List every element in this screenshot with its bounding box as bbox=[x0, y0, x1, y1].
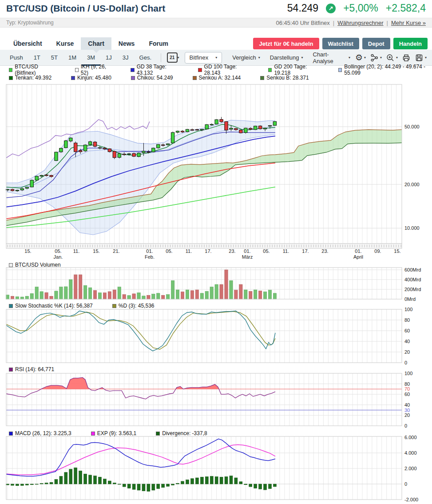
exchange-select-value: Bitfinex bbox=[190, 54, 209, 61]
stochastic-legend-slow-stochastic-%k-14[interactable]: Slow Stochastic %K (14): 56,387 bbox=[9, 303, 93, 309]
macd-panel-header: MACD (26, 12): 3.225,3EXP (9): 3.563,1Di… bbox=[9, 430, 207, 436]
calendar-icon[interactable]: 21 bbox=[167, 52, 178, 63]
legend-gd-100-tage[interactable]: GD 100 Tage: 28.143 bbox=[198, 64, 249, 76]
tab-forum[interactable]: Forum bbox=[142, 37, 175, 50]
menu-label: Vergleich bbox=[232, 54, 256, 61]
toolbar-divider bbox=[161, 53, 161, 62]
svg-text:15.: 15. bbox=[24, 248, 31, 254]
svg-text:6.000: 6.000 bbox=[404, 435, 417, 440]
macd-legend-divergence[interactable]: Divergence: -337,8 bbox=[156, 430, 207, 436]
svg-text:60: 60 bbox=[404, 328, 410, 333]
zoom-button[interactable]: ▾ bbox=[386, 53, 398, 62]
legend-chikou[interactable]: Chikou: 54.249 bbox=[131, 75, 173, 81]
stochastic-legend-%d-3[interactable]: %D (3): 45,536 bbox=[112, 303, 155, 309]
legend-bollinger-20-2[interactable]: Bollinger (20, 2): 44.249 - 49.674 - 55.… bbox=[338, 64, 432, 76]
svg-text:23.: 23. bbox=[229, 248, 235, 254]
menu-label: Darstellung bbox=[270, 54, 299, 61]
legend-gd-200-tage[interactable]: GD 200 Tage: 19.218 bbox=[268, 64, 319, 76]
legend-label: Bollinger (20, 2): 44.249 - 49.674 - 55.… bbox=[344, 64, 432, 76]
svg-text:80: 80 bbox=[404, 381, 410, 387]
svg-text:15.: 15. bbox=[394, 248, 400, 254]
legend-color-swatch bbox=[91, 432, 95, 436]
legend-senkou-a[interactable]: Senkou A: 32.144 bbox=[193, 75, 241, 81]
legend-color-swatch bbox=[260, 76, 264, 80]
change-percent: +5,00% bbox=[343, 2, 378, 14]
chart-legend-row-1: BTC/USD (Bitfinex)IKH (9, 26, 52)GD 38 T… bbox=[9, 67, 432, 73]
legend-ikh-9-26-52[interactable]: IKH (9, 26, 52) bbox=[75, 64, 111, 76]
rsi-panel-header: RSI (14): 64,771 bbox=[9, 366, 54, 372]
page-title: BTC/USD (Bitcoin / US-Dollar) Chart bbox=[6, 3, 165, 14]
macd-legend-macd-26-12[interactable]: MACD (26, 12): 3.225,3 bbox=[9, 430, 71, 436]
exchange-select[interactable]: Bitfinex ▾ bbox=[185, 52, 222, 64]
legend-label: IKH (9, 26, 52) bbox=[81, 64, 111, 76]
svg-text:600Mrd: 600Mrd bbox=[404, 267, 421, 272]
print-button[interactable] bbox=[402, 53, 411, 62]
legend-tenkan[interactable]: Tenkan: 49.392 bbox=[9, 75, 52, 81]
svg-text:01.: 01. bbox=[146, 248, 153, 254]
rsi-legend-rsi-14[interactable]: RSI (14): 64,771 bbox=[9, 366, 54, 372]
svg-text:März: März bbox=[242, 254, 253, 260]
tab-news[interactable]: News bbox=[111, 37, 142, 50]
separator: | bbox=[387, 20, 388, 26]
chevron-down-icon: ▾ bbox=[349, 56, 350, 60]
settings-button[interactable]: ⚙▾ bbox=[355, 53, 366, 62]
legend-color-swatch bbox=[268, 68, 272, 72]
legend-btc-usd-bitfinex[interactable]: BTC/USD (Bitfinex) bbox=[9, 64, 55, 76]
depot-button[interactable]: Depot bbox=[362, 38, 390, 49]
chevron-down-icon: ▾ bbox=[301, 56, 303, 60]
svg-text:17.: 17. bbox=[205, 248, 211, 254]
legend-color-swatch bbox=[9, 76, 13, 80]
legend-color-swatch bbox=[9, 368, 13, 372]
legend-gd-38-tage[interactable]: GD 38 Tage: 43.132 bbox=[131, 64, 178, 76]
legend-color-swatch bbox=[338, 68, 342, 72]
more-quotes-link[interactable]: Mehr Kurse » bbox=[391, 20, 426, 26]
svg-text:23.: 23. bbox=[321, 248, 328, 254]
handeln-button[interactable]: Handeln bbox=[393, 38, 428, 49]
legend-color-swatch bbox=[9, 304, 13, 308]
indicators-button[interactable]: ▾ bbox=[370, 53, 382, 62]
chevron-down-icon: ▾ bbox=[396, 56, 398, 60]
indicator-nodes-icon bbox=[370, 53, 379, 62]
svg-text:05.: 05. bbox=[55, 248, 61, 254]
tab-übersicht[interactable]: Übersicht bbox=[6, 37, 49, 50]
svg-text:100: 100 bbox=[404, 371, 412, 376]
change-absolute: +2.582,4 bbox=[386, 2, 426, 14]
gear-icon: ⚙ bbox=[355, 53, 363, 62]
tab-chart[interactable]: Chart bbox=[81, 37, 111, 50]
legend-senkou-b[interactable]: Senkou B: 28.371 bbox=[260, 75, 309, 81]
svg-text:-2.000: -2.000 bbox=[404, 497, 418, 502]
menu-vergleich[interactable]: Vergleich▾ bbox=[232, 51, 260, 64]
legend-label: Slow Stochastic %K (14): 56,387 bbox=[15, 303, 93, 309]
currency-converter-link[interactable]: Währungsrechner bbox=[337, 20, 383, 26]
volume-panel-header: BTC/USD Volumen bbox=[9, 262, 61, 268]
trend-up-icon: ↗ bbox=[326, 4, 336, 13]
volume-legend-btc-usd-volumen[interactable]: BTC/USD Volumen bbox=[9, 262, 61, 268]
chevron-down-icon[interactable]: ▾ bbox=[178, 56, 179, 60]
save-button[interactable]: ▾ bbox=[415, 53, 427, 62]
svg-text:400Mrd: 400Mrd bbox=[404, 277, 421, 282]
legend-color-swatch bbox=[193, 76, 197, 80]
svg-text:0Mrd: 0Mrd bbox=[404, 296, 416, 302]
menu-darstellung[interactable]: Darstellung▾ bbox=[270, 51, 303, 64]
macd-legend-exp-9[interactable]: EXP (9): 3.563,1 bbox=[91, 430, 137, 436]
svg-text:17.: 17. bbox=[302, 248, 309, 254]
legend-kinjun[interactable]: Kinjun: 45.480 bbox=[71, 75, 111, 81]
legend-label: Senkou A: 32.144 bbox=[199, 75, 241, 81]
legend-color-swatch bbox=[198, 68, 202, 72]
legend-label: GD 200 Tage: 19.218 bbox=[274, 64, 319, 76]
menu-chart-analyse[interactable]: Chart-Analyse▾ bbox=[313, 51, 350, 64]
legend-color-swatch bbox=[75, 68, 79, 72]
jetzt-für-0-handeln-button[interactable]: Jetzt für 0€ handeln bbox=[253, 38, 319, 49]
legend-label: GD 38 Tage: 43.132 bbox=[137, 64, 179, 76]
legend-color-swatch bbox=[156, 432, 160, 436]
svg-text:09.: 09. bbox=[374, 248, 381, 254]
legend-label: Tenkan: 49.392 bbox=[15, 75, 52, 81]
legend-label: EXP (9): 3.563,1 bbox=[97, 430, 137, 436]
chevron-down-icon: ▾ bbox=[215, 56, 217, 60]
watchlist-button[interactable]: Watchlist bbox=[322, 38, 359, 49]
legend-label: Divergence: -337,8 bbox=[162, 430, 207, 436]
tab-kurse[interactable]: Kurse bbox=[49, 37, 81, 50]
legend-label: BTC/USD Volumen bbox=[15, 262, 61, 268]
svg-text:0: 0 bbox=[404, 481, 407, 487]
sub-header-bar: Typ: Kryptowährung 06:45:40 Uhr Bitfinex… bbox=[0, 18, 432, 28]
